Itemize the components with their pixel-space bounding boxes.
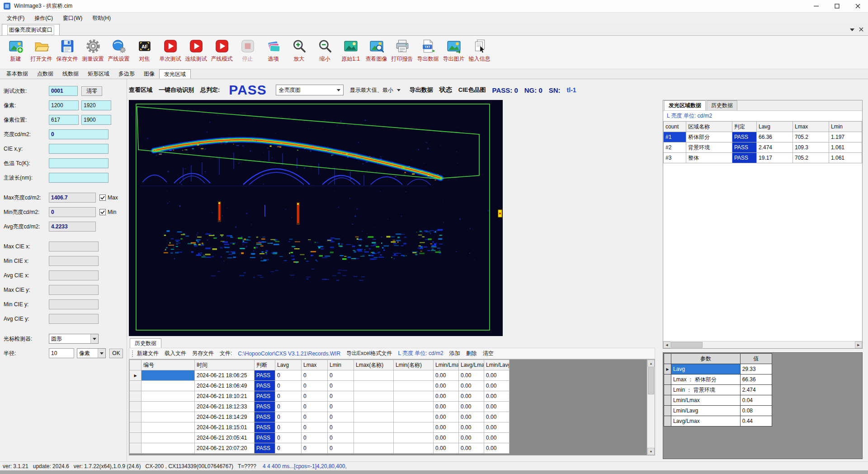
export-data-button[interactable]: TXT 导出数据: [415, 38, 441, 63]
maximize-button[interactable]: [826, 0, 847, 12]
tab-close-button[interactable]: [859, 27, 863, 33]
luminance-image[interactable]: [129, 100, 503, 336]
history-column-header[interactable]: 判断: [255, 360, 275, 370]
max-checkbox[interactable]: [99, 194, 106, 201]
subtab[interactable]: 矩形区域: [83, 69, 114, 79]
radius-unit-select[interactable]: 像素: [77, 348, 106, 358]
open-file-button[interactable]: 打开文件: [28, 38, 54, 63]
scrollbar-thumb[interactable]: [648, 367, 654, 394]
line-settings-button[interactable]: 产线设置: [106, 38, 132, 63]
scrollbar-thumb[interactable]: [671, 342, 703, 348]
history-column-header[interactable]: Lavg: [275, 360, 302, 370]
parameter-row[interactable]: Lavg 29.33: [664, 364, 772, 374]
menu-item[interactable]: 操作(C): [29, 13, 58, 24]
subtab[interactable]: 基本数据: [2, 69, 33, 79]
stop-button[interactable]: 停止: [235, 38, 260, 63]
region-row[interactable]: #2 背景环境 PASS 2.474 109.3 1.061: [664, 142, 862, 153]
save-as-button[interactable]: 另存文件: [192, 350, 214, 357]
history-column-header[interactable]: 时间: [195, 360, 255, 370]
subtab[interactable]: 图像: [139, 69, 159, 79]
region-column-header[interactable]: 判定: [732, 122, 757, 132]
input-info-button[interactable]: 输入信息: [467, 38, 492, 63]
region-row[interactable]: #1 桥体部分 PASS 66.36 705.2 1.197: [664, 132, 862, 142]
region-panel-tab[interactable]: 历史数据: [707, 100, 737, 110]
region-panel-tab[interactable]: 发光区域数据: [664, 100, 706, 110]
history-column-header[interactable]: Lmax: [302, 360, 328, 370]
region-row[interactable]: #3 整体 PASS 19.17 705.2 1.061: [664, 153, 862, 163]
region-column-header[interactable]: Lmax: [793, 122, 829, 132]
history-row[interactable]: 2024-06-21 18:14:29 PASS 0 0 0 0.00 0.00…: [130, 412, 648, 422]
load-file-button[interactable]: 载入文件: [165, 350, 186, 357]
line-mode-button[interactable]: 产线模式: [209, 38, 235, 63]
vertical-scrollbar[interactable]: [647, 360, 655, 455]
scroll-down-icon[interactable]: [647, 448, 655, 455]
history-column-header[interactable]: Lmin(名称): [394, 360, 434, 370]
history-column-header[interactable]: Lmin: [328, 360, 354, 370]
ok-button[interactable]: OK: [109, 349, 123, 358]
history-row[interactable]: 2024-06-21 20:07:20 PASS 0 0 0 0.00 0.00…: [130, 443, 648, 454]
menu-item[interactable]: 帮助(H): [87, 13, 116, 24]
subtab[interactable]: 线数据: [58, 69, 83, 79]
parameter-row[interactable]: Lavg/Lmax 0.44: [664, 416, 772, 427]
minimize-button[interactable]: [806, 0, 826, 12]
parameter-row[interactable]: Lmin ： 背景环境 2.474: [664, 385, 772, 395]
menu-item[interactable]: 文件(F): [2, 13, 29, 24]
options-button[interactable]: 选项: [260, 38, 286, 63]
min-checkbox[interactable]: [99, 209, 106, 215]
history-row[interactable]: 2024-06-21 18:12:33 PASS 0 0 0 0.00 0.00…: [130, 402, 648, 412]
history-row[interactable]: 2024-06-21 18:06:25 PASS 0 0 0 0.00 0.00…: [130, 370, 648, 381]
history-column-header[interactable]: Lavg/Lmax: [459, 360, 484, 370]
add-button[interactable]: 添加: [449, 350, 460, 357]
print-report-button[interactable]: 打印报告: [389, 38, 415, 63]
history-column-header[interactable]: Lmax(名称): [354, 360, 394, 370]
region-column-header[interactable]: Lavg: [757, 122, 793, 132]
brightness-mode-select[interactable]: 全亮度图: [276, 85, 344, 95]
scroll-up-icon[interactable]: [647, 360, 655, 367]
scroll-left-icon[interactable]: [663, 341, 670, 348]
view-image-button[interactable]: 查看图像: [363, 38, 389, 63]
horizontal-scrollbar[interactable]: [663, 341, 862, 348]
region-column-header[interactable]: 区域名称: [686, 122, 732, 132]
region-column-header[interactable]: Lmin: [829, 122, 862, 132]
original-size-button[interactable]: 原始1:1: [338, 38, 363, 63]
clear-history-button[interactable]: 清空: [483, 350, 494, 357]
parameter-row[interactable]: Lmax ： 桥体部分 66.36: [664, 374, 772, 385]
history-tab[interactable]: 历史数据: [130, 338, 161, 348]
radius-value[interactable]: 10: [49, 348, 74, 358]
history-row[interactable]: 2024-06-21 18:06:49 PASS 0 0 0 0.00 0.00…: [130, 381, 648, 391]
clear-button[interactable]: 清零: [81, 86, 102, 96]
tab-image-luminance-test[interactable]: 图像亮度测试窗口: [2, 24, 60, 35]
history-column-header[interactable]: Lmin/Lmax: [434, 360, 459, 370]
export-image-button[interactable]: 导出图片: [441, 38, 467, 63]
parameter-row[interactable]: Lmin/Lavg 0.08: [664, 406, 772, 416]
scroll-right-icon[interactable]: [855, 341, 862, 348]
save-file-button[interactable]: 保存文件: [54, 38, 80, 63]
auto-detect-button[interactable]: 一键自动识别: [159, 86, 194, 94]
close-button[interactable]: [847, 0, 868, 12]
subtab[interactable]: 点数据: [33, 69, 58, 79]
view-region-button[interactable]: 查看区域: [129, 86, 152, 94]
export-excel-button[interactable]: 导出Excel格式文件: [346, 350, 392, 357]
history-row[interactable]: 2024-06-21 18:15:01 PASS 0 0 0 0.00 0.00…: [130, 422, 648, 433]
delete-button[interactable]: 删除: [466, 350, 477, 357]
cie-diagram-button[interactable]: CIE色品图: [458, 86, 486, 94]
luminance-image-area[interactable]: [129, 100, 503, 336]
measure-settings-button[interactable]: 测量设置: [80, 38, 106, 63]
continuous-test-button[interactable]: 连续测试: [183, 38, 209, 63]
tab-list-icon[interactable]: [850, 28, 854, 33]
parameter-row[interactable]: Lmin/Lmax 0.04: [664, 395, 772, 406]
history-column-header[interactable]: 编号: [142, 360, 195, 370]
history-row[interactable]: 2024-06-21 18:10:21 PASS 0 0 0 0.00 0.00…: [130, 391, 648, 402]
zoom-in-button[interactable]: 放大: [286, 38, 312, 63]
single-test-button[interactable]: 单次测试: [157, 38, 183, 63]
history-column-header[interactable]: Lmin/Lavg: [484, 360, 509, 370]
menu-item[interactable]: 窗口(W): [58, 13, 87, 24]
new-file-button[interactable]: 新建文件: [137, 350, 159, 357]
detector-select[interactable]: 圆形: [49, 334, 99, 344]
history-row[interactable]: 2024-06-21 20:05:41 PASS 0 0 0 0.00 0.00…: [130, 433, 648, 443]
export-data-link[interactable]: 导出数据: [410, 86, 433, 94]
subtab[interactable]: 发光区域: [159, 69, 191, 79]
subtab[interactable]: 多边形: [114, 69, 139, 79]
new-button[interactable]: 新建: [3, 38, 28, 63]
zoom-out-button[interactable]: 缩小: [312, 38, 338, 63]
